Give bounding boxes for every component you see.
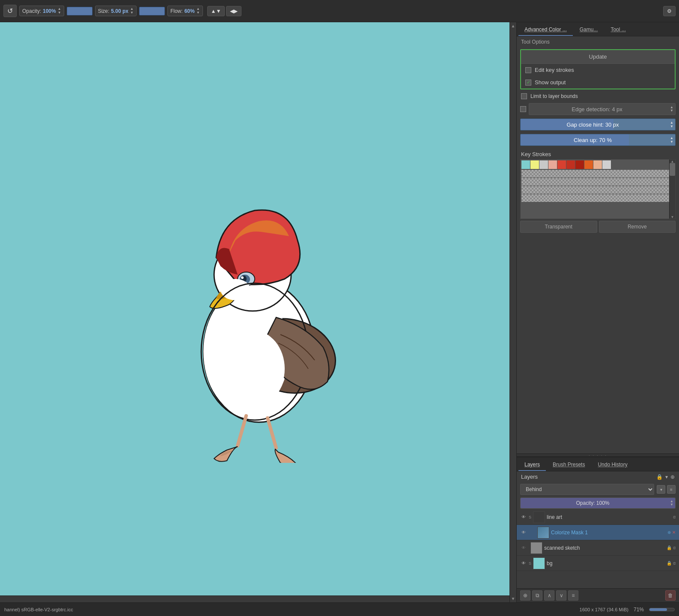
color-swatch-peach[interactable] xyxy=(593,160,602,169)
color-swatch-red1[interactable] xyxy=(557,160,566,169)
zoom-slider[interactable] xyxy=(649,608,675,611)
layer-item-colorize-mask[interactable]: 👁 Colorize Mask 1 ⊕ ✕ xyxy=(517,525,679,540)
panel-spacer xyxy=(517,234,679,453)
blend-mode-select[interactable]: Behind xyxy=(520,484,654,495)
size-control[interactable]: Size: 5.00 px ▲▼ xyxy=(95,6,137,16)
limit-layer-checkbox[interactable] xyxy=(521,93,527,99)
opacity-arrows[interactable]: ▲▼ xyxy=(58,7,61,15)
layer-item-bg[interactable]: 👁 S bg 🔒 α xyxy=(517,556,679,571)
edit-key-strokes-row[interactable]: Edit key strokes xyxy=(521,64,675,76)
move-up-btn[interactable]: ∧ xyxy=(544,590,554,601)
link-icon-2: ⊕ xyxy=(667,530,671,535)
canvas-scrollbar-vertical[interactable]: ▲ ▼ xyxy=(509,22,516,602)
edit-key-strokes-label: Edit key strokes xyxy=(535,67,574,73)
tab-gamut[interactable]: Gamu... xyxy=(574,24,604,36)
show-output-label: Show output xyxy=(535,79,566,86)
bottom-toolbar: hannel) sRGB-elle-V2-srgbtrc.icc 1600 x … xyxy=(0,602,679,616)
visibility-icon-1[interactable]: 👁 xyxy=(520,514,527,521)
tab-advanced-color[interactable]: Advanced Color ... xyxy=(518,24,573,36)
key-strokes-grid[interactable]: ▲ ▼ xyxy=(520,159,676,219)
color-swatch-lgray[interactable] xyxy=(602,160,611,169)
gap-close-slider[interactable]: Gap close hint: 30 px ▲▼ xyxy=(520,118,676,130)
tool-btn-1[interactable]: ▲▼ xyxy=(207,6,225,16)
filter-icon[interactable]: ▾ xyxy=(665,474,668,480)
edge-detection-row[interactable]: Edge detection: 4 px ▲▼ xyxy=(520,103,676,115)
lock-icon[interactable]: 🔒 xyxy=(656,474,663,480)
show-output-checkbox[interactable] xyxy=(525,80,531,86)
layer-thumb-2 xyxy=(537,527,549,539)
tab-undo-history[interactable]: Undo History xyxy=(592,459,633,471)
edge-detection-slider[interactable]: Edge detection: 4 px ▲▼ xyxy=(529,103,676,115)
layer-type-icon-4: S xyxy=(529,561,531,566)
layer-item-scanned-sketch[interactable]: 👁 scanned sketch 🔒 α xyxy=(517,540,679,556)
limit-layer-label: Limit to layer bounds xyxy=(530,93,578,99)
canvas-scrollbar-horizontal[interactable] xyxy=(0,595,509,602)
bottom-panel: Layers Brush Presets Undo History Layers… xyxy=(517,457,679,602)
edit-key-strokes-checkbox[interactable] xyxy=(525,67,531,73)
lock-icon-1: α xyxy=(673,515,676,519)
opacity-row[interactable]: Opacity: 100% ▲▼ xyxy=(520,498,676,509)
color-swatch-cyan[interactable] xyxy=(521,160,530,169)
alpha-icon-4: α xyxy=(673,561,676,566)
more-btn[interactable]: ≡ xyxy=(568,590,578,601)
tool-btn-2[interactable]: ◀▶ xyxy=(226,6,241,16)
status-right: 1600 x 1767 (34.6 MiB) 71% xyxy=(580,607,675,613)
color-swatch-yellow[interactable] xyxy=(530,160,539,169)
settings-icon[interactable]: ⊕ xyxy=(670,474,675,480)
copy-layer-btn[interactable]: ⧉ xyxy=(532,590,542,601)
color-swatch-gray[interactable] xyxy=(539,160,548,169)
zoom-level: 71% xyxy=(634,607,644,613)
edge-detection-label: Edge detection: 4 px xyxy=(529,106,675,113)
filter-icon-2[interactable]: ▾ xyxy=(657,485,665,494)
flow-label: Flow: xyxy=(170,8,183,14)
color-swatch-red3[interactable] xyxy=(575,160,584,169)
canvas-area[interactable]: ▲ ▼ xyxy=(0,22,516,602)
flow-control[interactable]: Flow: 60% ▲▼ xyxy=(167,6,203,16)
show-output-row[interactable]: Show output xyxy=(521,76,675,89)
checker-area-3 xyxy=(521,186,674,194)
color-swatch-salmon[interactable] xyxy=(548,160,557,169)
opacity-slider[interactable] xyxy=(67,7,92,15)
checker-row-4 xyxy=(521,194,674,202)
visibility-icon-3[interactable]: 👁 xyxy=(520,545,527,551)
delete-layer-btn[interactable]: 🗑 xyxy=(665,590,676,601)
channel-icon[interactable]: ≡ xyxy=(667,485,676,494)
settings-button[interactable]: ⚙ xyxy=(663,6,676,16)
scroll-up-btn[interactable]: ▲ xyxy=(510,22,516,30)
reset-button[interactable]: ↺ xyxy=(3,5,17,17)
ks-scroll-down[interactable]: ▼ xyxy=(670,215,675,219)
remove-button[interactable]: Remove xyxy=(599,221,676,233)
edge-detection-checkbox[interactable] xyxy=(520,106,526,112)
layer-item-line-art[interactable]: 👁 S line art α xyxy=(517,509,679,525)
tab-brush-presets[interactable]: Brush Presets xyxy=(547,459,591,471)
checker-area-2 xyxy=(521,178,674,186)
lock-icon-3: 🔒 xyxy=(667,545,672,550)
edge-detection-arrows[interactable]: ▲▼ xyxy=(670,106,673,113)
cleanup-slider[interactable]: Clean up: 70 % ▲▼ xyxy=(520,134,676,146)
key-strokes-scrollbar[interactable]: ▲ ▼ xyxy=(669,160,675,219)
tab-tool[interactable]: Tool ... xyxy=(605,24,631,36)
limit-layer-row[interactable]: Limit to layer bounds xyxy=(517,91,679,101)
move-down-btn[interactable]: ∨ xyxy=(556,590,566,601)
size-arrows[interactable]: ▲▼ xyxy=(130,7,134,15)
gap-close-label: Gap close hint: 30 px xyxy=(521,121,675,128)
color-swatch-red2[interactable] xyxy=(566,160,575,169)
update-button[interactable]: Update xyxy=(521,50,675,64)
color-swatch-orange[interactable] xyxy=(584,160,593,169)
resize-handle[interactable]: · · · · · xyxy=(517,453,679,457)
add-layer-btn[interactable]: ⊕ xyxy=(520,590,530,601)
visibility-icon-4[interactable]: 👁 xyxy=(520,560,527,567)
transparent-button[interactable]: Transparent xyxy=(520,221,597,233)
visibility-icon-2[interactable]: 👁 xyxy=(520,529,527,536)
scroll-down-btn[interactable]: ▼ xyxy=(510,595,516,602)
key-strokes-label: Key Strokes xyxy=(517,148,679,159)
opacity-control[interactable]: Opacity: 100% ▲▼ xyxy=(19,6,64,16)
size-slider[interactable] xyxy=(139,7,165,15)
tab-layers[interactable]: Layers xyxy=(518,459,546,471)
opacity-arrows-layer[interactable]: ▲▼ xyxy=(670,500,673,506)
layer-list: 👁 S line art α 👁 Colorize Ma xyxy=(517,509,679,588)
svg-point-7 xyxy=(241,276,244,279)
ks-scroll-thumb[interactable] xyxy=(670,163,675,176)
flow-arrows[interactable]: ▲▼ xyxy=(197,7,200,15)
ks-scroll-up[interactable]: ▲ xyxy=(670,160,675,163)
